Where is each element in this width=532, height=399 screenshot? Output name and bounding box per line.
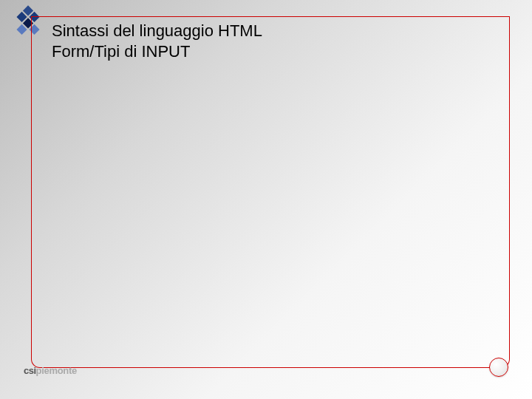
svg-rect-2 xyxy=(16,12,27,22)
title-line-2: Form/Tipi di INPUT xyxy=(52,41,262,62)
slide-title: Sintassi del linguaggio HTML Form/Tipi d… xyxy=(52,21,262,61)
page-indicator xyxy=(489,358,508,377)
footer-brand-bold: csi xyxy=(24,365,36,376)
footer-brand: csipiemonte xyxy=(24,364,77,377)
title-line-1: Sintassi del linguaggio HTML xyxy=(52,21,262,41)
footer-brand-light: piemonte xyxy=(36,365,77,376)
slide: Sintassi del linguaggio HTML Form/Tipi d… xyxy=(0,0,532,399)
content-frame xyxy=(31,16,510,368)
